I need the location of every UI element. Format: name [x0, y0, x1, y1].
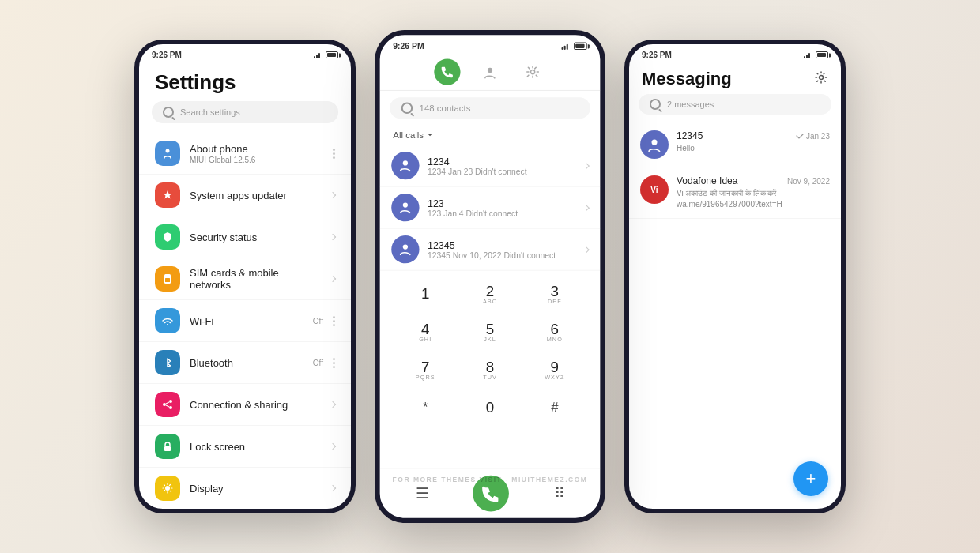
sysapps-label: System apps updater	[190, 190, 321, 201]
compose-fab[interactable]: +	[793, 461, 828, 496]
settings-title: Settings	[139, 62, 351, 101]
svg-point-13	[403, 244, 408, 249]
sysapps-text: System apps updater	[190, 190, 321, 201]
call-info-1: 123 123 Jan 4 Didn't connect	[428, 198, 576, 218]
svg-point-0	[166, 149, 170, 153]
call-item-1[interactable]: 123 123 Jan 4 Didn't connect	[380, 187, 601, 229]
call-button[interactable]	[473, 476, 510, 512]
lockscreen-chevron-icon	[330, 443, 336, 450]
about-menu-icon	[333, 149, 335, 159]
svg-point-12	[403, 202, 408, 207]
call-arrow-0	[584, 163, 590, 168]
settings-item-sim[interactable]: SIM cards & mobile networks	[139, 258, 351, 300]
messaging-header: Messaging	[629, 62, 841, 94]
bluetooth-status: Off	[313, 359, 323, 367]
messaging-gear-icon[interactable]	[814, 70, 828, 88]
status-bar-2: 9:26 PM	[380, 35, 601, 54]
key-4[interactable]: 4GHI	[404, 315, 447, 348]
dialer-bottom-nav: ☰ ⠿	[380, 468, 601, 517]
security-chevron-icon	[330, 234, 336, 240]
svg-rect-7	[164, 446, 171, 451]
dialer-tab-settings[interactable]	[519, 58, 545, 85]
call-item-0[interactable]: 1234 1234 Jan 23 Didn't connect	[380, 145, 601, 187]
dialer-tab-phone[interactable]	[434, 58, 460, 85]
settings-item-display[interactable]: Display	[139, 468, 351, 509]
call-arrow-2	[584, 246, 590, 252]
lockscreen-label: Lock screen	[190, 441, 321, 453]
security-label: Security status	[190, 231, 321, 243]
wifi-icon	[155, 308, 180, 333]
key-7[interactable]: 7PQRS	[404, 353, 447, 386]
about-icon	[155, 141, 180, 166]
messaging-search-text: 2 messages	[667, 100, 714, 109]
wifi-label: Wi-Fi	[190, 315, 303, 327]
messaging-search-icon	[650, 99, 661, 110]
key-1[interactable]: 1	[404, 277, 447, 310]
settings-item-bluetooth[interactable]: Bluetooth Off	[139, 342, 351, 384]
settings-item-lockscreen[interactable]: Lock screen	[139, 426, 351, 468]
msg-date-1: Nov 9, 2022	[787, 177, 830, 186]
svg-point-5	[169, 400, 172, 403]
phone-dialer: 9:26 PM 148 contacts	[375, 30, 605, 523]
settings-item-wifi[interactable]: Wi-Fi Off	[139, 300, 351, 342]
key-5[interactable]: 5JKL	[469, 315, 511, 348]
key-6[interactable]: 6MNO	[533, 315, 576, 348]
signal-icon-2	[561, 43, 571, 49]
connshare-label: Connection & sharing	[190, 399, 321, 411]
wifi-text: Wi-Fi	[190, 315, 303, 327]
dialer-tab-contacts[interactable]	[477, 58, 503, 85]
messaging-screen: Messaging 2 messages 12345 Jan 23	[629, 62, 841, 509]
search-icon	[163, 107, 174, 118]
key-3[interactable]: 3DEF	[533, 277, 576, 310]
connshare-chevron-icon	[330, 401, 336, 408]
calls-filter[interactable]: All calls	[380, 126, 601, 145]
msg-avatar-1: Vi	[640, 175, 669, 204]
sim-icon	[155, 266, 180, 292]
sim-chevron-icon	[330, 276, 336, 282]
svg-point-15	[652, 140, 658, 145]
key-hash[interactable]: #	[533, 391, 576, 424]
dialer-menu-icon[interactable]: ☰	[416, 484, 429, 502]
dialer-grid-icon[interactable]: ⠿	[554, 484, 565, 502]
call-item-2[interactable]: 12345 12345 Nov 10, 2022 Didn't connect	[380, 229, 601, 271]
connshare-icon	[155, 392, 180, 417]
key-star[interactable]: *	[404, 391, 447, 424]
dialer-search-icon	[401, 103, 413, 115]
status-time-3: 9:26 PM	[642, 51, 672, 59]
display-chevron-icon	[330, 485, 336, 491]
battery-icon-1	[326, 51, 338, 58]
signal-icon-1	[314, 52, 323, 58]
phone-settings: 9:26 PM Settings Search settings About p…	[134, 40, 356, 514]
key-2[interactable]: 2ABC	[469, 277, 511, 310]
msg-item-0[interactable]: 12345 Jan 23 Hello	[629, 122, 841, 167]
settings-item-sysapps[interactable]: System apps updater	[139, 175, 351, 216]
settings-item-security[interactable]: Security status	[139, 216, 351, 258]
messaging-search-bar[interactable]: 2 messages	[639, 94, 831, 115]
settings-screen: Settings Search settings About phone MIU…	[139, 62, 351, 509]
settings-item-connshare[interactable]: Connection & sharing	[139, 384, 351, 426]
msg-item-1[interactable]: Vi Vodafone Idea Nov 9, 2022 Vi अकाउंट क…	[629, 167, 841, 219]
svg-point-11	[403, 160, 408, 165]
call-avatar-0	[391, 152, 419, 179]
settings-item-about[interactable]: About phone MIUI Global 12.5.6	[139, 133, 351, 175]
status-icons-1	[314, 51, 338, 58]
dialpad-row-1: 4GHI 5JKL 6MNO	[393, 315, 586, 348]
wifi-status: Off	[313, 317, 323, 325]
phone-messaging: 9:26 PM Messaging 2 messages	[624, 40, 846, 514]
connshare-text: Connection & sharing	[190, 399, 321, 411]
msg-preview-0: Hello	[677, 143, 830, 154]
about-text: About phone MIUI Global 12.5.6	[190, 143, 323, 164]
battery-icon-2	[574, 43, 587, 50]
key-9[interactable]: 9WXYZ	[533, 353, 576, 386]
dialer-search-text: 148 contacts	[420, 103, 471, 113]
status-time-2: 9:26 PM	[393, 42, 424, 51]
key-8[interactable]: 8TUV	[469, 353, 511, 386]
settings-search-bar[interactable]: Search settings	[152, 101, 338, 123]
display-label: Display	[190, 483, 321, 495]
lockscreen-text: Lock screen	[190, 441, 321, 453]
status-bar-3: 9:26 PM	[629, 44, 841, 62]
key-0[interactable]: 0	[469, 391, 511, 424]
messaging-title: Messaging	[642, 69, 732, 89]
bluetooth-menu-icon	[333, 358, 335, 368]
dialer-search-bar[interactable]: 148 contacts	[390, 97, 590, 118]
